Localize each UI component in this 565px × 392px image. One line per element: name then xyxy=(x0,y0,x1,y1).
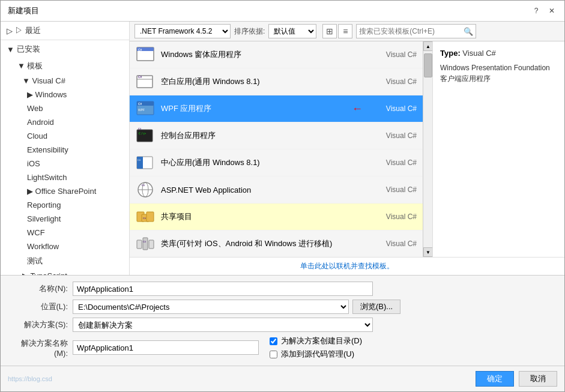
add-source-label: 添加到源代码管理(U) xyxy=(281,349,354,360)
workflow-node[interactable]: Workflow xyxy=(1,240,129,253)
online-link-bar: 单击此处以联机并查找模板。 xyxy=(130,257,564,275)
framework-select[interactable]: .NET Framework 4.5.2 xyxy=(134,24,231,38)
name-input[interactable] xyxy=(73,282,373,296)
template-name: 共享项目 xyxy=(161,211,363,222)
svg-rect-25 xyxy=(143,238,148,250)
right-content: .NET Framework 4.5.2 排序依据: 默认值 ⊞ ≡ 🔍 xyxy=(130,22,564,275)
template-row[interactable]: C# 中心应用(通用 Windows 8.1) Visual C# xyxy=(130,149,423,176)
template-list-area: C# Windows 窗体应用程序 Visual C# xyxy=(130,41,432,257)
installed-section: ▼ 已安装 ▼ 模板 ▼ Visual C# ▶ Windows Web And… xyxy=(1,40,129,275)
typescript-node[interactable]: ▶ TypeScript xyxy=(1,269,129,275)
template-name: Windows 窗体应用程序 xyxy=(161,49,363,60)
svg-text:C#: C# xyxy=(138,48,142,52)
scroll-thumb[interactable] xyxy=(424,53,432,77)
recent-label: ▷ 最近 xyxy=(15,25,41,36)
template-type: Visual C# xyxy=(369,240,417,248)
ios-node[interactable]: iOS xyxy=(1,157,129,170)
close-button[interactable]: ✕ xyxy=(546,5,557,16)
svg-rect-22 xyxy=(147,212,154,222)
browse-button[interactable]: 浏览(B)... xyxy=(352,300,400,314)
recent-header[interactable]: ▷ ▷ 最近 xyxy=(1,22,129,40)
list-view-btn[interactable]: ≡ xyxy=(338,24,352,38)
ok-button[interactable]: 确定 xyxy=(476,371,514,387)
svg-text:C#: C# xyxy=(138,127,142,130)
template-type: Visual C# xyxy=(369,185,417,194)
solution-name-label: 解决方案名称(M): xyxy=(8,338,68,358)
template-row[interactable]: C:\> C# 控制台应用程序 Visual C# xyxy=(130,122,423,149)
create-dir-label: 为解决方案创建目录(D) xyxy=(281,336,362,346)
template-row[interactable]: C# 共享项目 Visual C# xyxy=(130,204,423,231)
search-box: 🔍 xyxy=(356,24,476,38)
bottom-form: 名称(N): 位置(L): E:\Documents\C#\Projects 浏… xyxy=(1,275,564,366)
installed-header[interactable]: ▼ 已安装 xyxy=(1,40,129,58)
template-row[interactable]: C# 类库(可针对 iOS、Android 和 Windows 进行移植) Vi… xyxy=(130,231,423,257)
scroll-down-btn[interactable]: ▼ xyxy=(423,247,432,257)
visual-cs-node[interactable]: ▼ Visual C# xyxy=(1,74,129,88)
test-node[interactable]: 测试 xyxy=(1,253,129,269)
search-input[interactable] xyxy=(359,27,461,35)
add-source-checkbox[interactable] xyxy=(270,351,277,358)
online-link[interactable]: 单击此处以联机并查找模板。 xyxy=(300,262,394,270)
web-node[interactable]: Web xyxy=(1,101,129,115)
template-icon: C# xyxy=(136,234,155,253)
lightswitch-node[interactable]: LightSwitch xyxy=(1,170,129,184)
template-type: Visual C# xyxy=(369,158,417,167)
wcf-node[interactable]: WCF xyxy=(1,226,129,240)
location-label: 位置(L): xyxy=(8,301,68,312)
template-type: Visual C# xyxy=(369,213,417,221)
info-type-row: Type: Visual C# xyxy=(440,49,557,58)
location-select[interactable]: E:\Documents\C#\Projects xyxy=(73,300,349,314)
template-type: Visual C# xyxy=(369,131,417,140)
template-name: 中心应用(通用 Windows 8.1) xyxy=(161,157,363,168)
template-icon: C# xyxy=(136,180,155,199)
template-row[interactable]: C# ASP.NET Web Application Visual C# xyxy=(130,176,423,204)
template-row[interactable]: C# 空白应用(通用 Windows 8.1) Visual C# xyxy=(130,68,423,95)
reporting-node[interactable]: Reporting xyxy=(1,198,129,212)
info-description: Windows Presentation Foundation 客户端应用程序 xyxy=(440,62,557,84)
template-row[interactable]: C# Windows 窗体应用程序 Visual C# xyxy=(130,41,423,68)
svg-rect-26 xyxy=(149,240,154,249)
solution-row: 解决方案(S): 创建新解决方案 xyxy=(8,318,557,332)
grid-view-btn[interactable]: ⊞ xyxy=(322,24,337,38)
template-icon: C# xyxy=(136,72,155,91)
watermark: https://blog.csd xyxy=(8,375,471,382)
extensibility-node[interactable]: Extensibility xyxy=(1,143,129,157)
template-type: Visual C# xyxy=(369,50,417,59)
windows-node[interactable]: ▶ Windows xyxy=(1,88,129,101)
scroll-thumb-area xyxy=(423,51,432,247)
silverlight-node[interactable]: Silverlight xyxy=(1,212,129,226)
view-icons: ⊞ ≡ xyxy=(322,24,352,38)
solution-select[interactable]: 创建新解决方案 xyxy=(73,318,373,332)
svg-text:C#: C# xyxy=(138,102,142,106)
selection-arrow: ← xyxy=(352,103,363,115)
scroll-up-btn[interactable]: ▲ xyxy=(423,41,432,51)
cancel-button[interactable]: 取消 xyxy=(519,371,557,387)
template-icon: C:\> C# xyxy=(136,126,155,145)
create-dir-checkbox[interactable] xyxy=(270,337,277,345)
left-panel: ▷ ▷ 最近 ▼ 已安装 ▼ 模板 ▼ Visual C# ▶ Windows … xyxy=(1,22,130,275)
office-sharepoint-node[interactable]: ▶ Office SharePoint xyxy=(1,184,129,198)
template-list: C# Windows 窗体应用程序 Visual C# xyxy=(130,41,423,257)
sort-select[interactable]: 默认值 xyxy=(268,24,316,38)
window-controls: ? ✕ xyxy=(531,5,557,16)
location-row: 位置(L): E:\Documents\C#\Projects 浏览(B)... xyxy=(8,300,557,314)
template-type: Visual C# xyxy=(369,77,417,86)
add-source-checkbox-row: 添加到源代码管理(U) xyxy=(270,349,362,360)
cloud-node[interactable]: Cloud xyxy=(1,129,129,143)
svg-text:C:\>: C:\> xyxy=(139,131,146,135)
android-node[interactable]: Android xyxy=(1,115,129,129)
template-name: ASP.NET Web Application xyxy=(161,185,363,194)
template-icon: C# xyxy=(136,153,155,172)
solution-name-input[interactable] xyxy=(73,340,259,355)
help-button[interactable]: ? xyxy=(531,5,542,16)
vertical-scrollbar[interactable]: ▲ ▼ xyxy=(423,41,432,257)
templates-node[interactable]: ▼ 模板 xyxy=(1,58,129,74)
template-name: 空白应用(通用 Windows 8.1) xyxy=(161,76,363,87)
solution-name-row: 解决方案名称(M): 为解决方案创建目录(D) 添加到源代码管理(U) xyxy=(8,336,557,360)
location-field-group: E:\Documents\C#\Projects 浏览(B)... xyxy=(73,300,557,314)
svg-text:C#: C# xyxy=(143,217,147,220)
template-row[interactable]: C# WPF WPF 应用程序 ← Visual C# xyxy=(130,95,423,122)
svg-text:WPF: WPF xyxy=(138,108,145,112)
installed-arrow: ▼ xyxy=(7,45,14,54)
template-icon: C# xyxy=(136,45,155,64)
